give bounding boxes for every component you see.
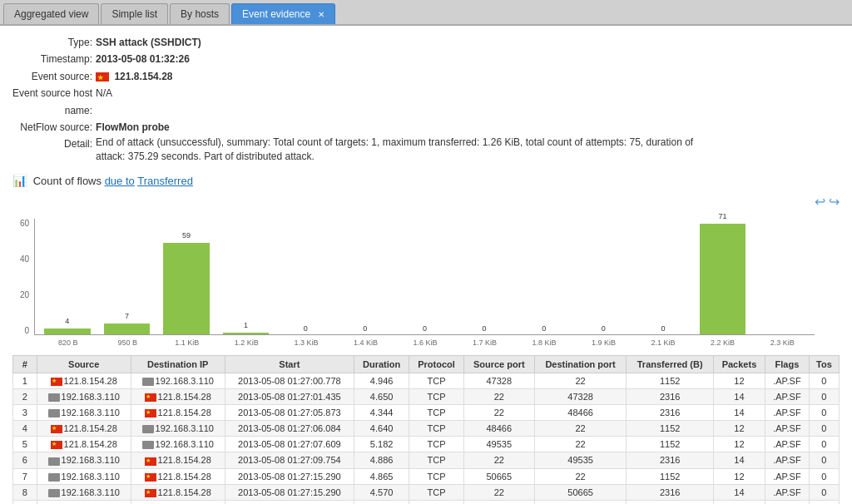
- event-info-section: Type: SSH attack (SSHDICT) Timestamp: 20…: [12, 34, 840, 164]
- x-label-2: 1.1 KiB: [158, 338, 216, 347]
- main-content: Type: SSH attack (SSHDICT) Timestamp: 20…: [0, 26, 852, 504]
- source-flag: [51, 441, 62, 449]
- tab-close-icon[interactable]: ✕: [318, 10, 324, 19]
- chart-icon: 📊: [12, 174, 27, 187]
- col-source: Source: [37, 355, 131, 373]
- table-row: 6192.168.3.110121.8.154.282013-05-08 01:…: [13, 452, 840, 468]
- netflow-value: FlowMon probe: [96, 119, 720, 136]
- table-section: # Source Destination IP Start Duration P…: [12, 355, 840, 504]
- x-label-6: 1.6 KiB: [396, 338, 454, 347]
- bar-group-0: 4: [38, 218, 97, 334]
- bar-group-3: 1: [217, 218, 275, 334]
- x-label-7: 1.7 KiB: [456, 338, 514, 347]
- x-label-4: 1.3 KiB: [277, 338, 335, 347]
- col-start: Start: [225, 355, 354, 373]
- bar-group-7: 0: [455, 218, 513, 334]
- col-duration: Duration: [354, 355, 409, 373]
- router-icon: [48, 409, 60, 418]
- bar-value-label-11: 71: [718, 212, 726, 220]
- timestamp-value: 2013-05-08 01:32:26: [96, 51, 720, 67]
- bar-value-label-2: 59: [182, 231, 191, 240]
- tab-event-evidence[interactable]: Event evidence ✕: [231, 3, 334, 24]
- x-label-9: 1.9 KiB: [575, 338, 633, 347]
- source-flag-icon: [96, 72, 109, 82]
- chart-title-link[interactable]: due to: [105, 175, 135, 187]
- timestamp-label: Timestamp:: [12, 51, 96, 67]
- undo-icon[interactable]: ↩: [815, 194, 825, 210]
- redo-icon[interactable]: ↪: [829, 194, 840, 210]
- source-flag: [51, 378, 62, 386]
- bar-group-10: 0: [634, 218, 692, 334]
- tab-by-hosts[interactable]: By hosts: [170, 3, 230, 24]
- bar-value-label-1: 7: [125, 312, 129, 320]
- bar-zero-label-6: 0: [423, 324, 427, 333]
- detail-value: End of attack (unsuccessful), summary: T…: [96, 136, 720, 164]
- dest-flag: [145, 409, 156, 418]
- col-dest-ip: Destination IP: [131, 355, 225, 373]
- tab-simple-list[interactable]: Simple list: [101, 3, 168, 24]
- bar-zero-label-10: 0: [661, 324, 665, 333]
- bar-group-1: 7: [98, 218, 156, 334]
- chart-title-suffix[interactable]: Transferred: [137, 175, 193, 187]
- chart-section: 📊 Count of flows due to Transferred 60 4…: [12, 174, 840, 347]
- x-label-12: 2.3 KiB: [753, 338, 811, 347]
- bar-group-5: 0: [336, 218, 394, 334]
- bar-3: 1: [223, 333, 270, 334]
- source-value: 121.8.154.28: [96, 68, 720, 85]
- bar-value-label-0: 4: [65, 317, 69, 325]
- bar-group-8: 0: [515, 218, 573, 334]
- detail-label: Detail:: [12, 136, 96, 164]
- bar-value-label-3: 1: [244, 321, 248, 329]
- x-axis: 820 B950 B1.1 KiB1.2 KiB1.3 KiB1.4 KiB1.…: [36, 335, 815, 347]
- x-label-1: 950 B: [99, 338, 157, 347]
- bar-group-9: 0: [574, 218, 632, 334]
- table-row: 1121.8.154.28192.168.3.1102013-05-08 01:…: [13, 373, 840, 388]
- table-row: 9121.8.154.28192.168.3.1102013-05-08 01:…: [13, 500, 840, 504]
- col-packets: Packets: [713, 355, 765, 373]
- dest-router-icon: [142, 425, 154, 433]
- dest-flag: [145, 457, 156, 466]
- router-icon: [48, 457, 60, 466]
- tabs-bar: Aggregated view Simple list By hosts Eve…: [0, 0, 852, 26]
- router-icon: [48, 489, 60, 497]
- table-header-row: # Source Destination IP Start Duration P…: [13, 355, 840, 373]
- table-row: 3192.168.3.110121.8.154.282013-05-08 01:…: [13, 405, 840, 421]
- flows-table: # Source Destination IP Start Duration P…: [12, 355, 840, 504]
- x-label-8: 1.8 KiB: [515, 338, 573, 347]
- bar-2: 59: [163, 243, 210, 334]
- bar-group-11: 71: [694, 218, 752, 334]
- x-label-5: 1.4 KiB: [337, 338, 395, 347]
- table-row: 4121.8.154.28192.168.3.1102013-05-08 01:…: [13, 421, 840, 437]
- bar-1: 7: [104, 324, 151, 334]
- x-label-10: 2.1 KiB: [634, 338, 692, 347]
- chart-title: 📊 Count of flows due to Transferred: [12, 174, 840, 187]
- chart-bars: 47591000000071: [34, 219, 815, 335]
- y-axis: 60 40 20 0: [12, 219, 29, 335]
- col-num: #: [13, 355, 37, 373]
- bar-zero-label-8: 0: [542, 324, 546, 333]
- bar-group-12: [753, 218, 811, 334]
- bar-zero-label-7: 0: [483, 324, 487, 333]
- bar-group-6: 0: [396, 218, 454, 334]
- dest-router-icon: [142, 441, 154, 449]
- source-host-name-label: name:: [12, 102, 96, 119]
- source-host-label: Event source host: [12, 85, 96, 101]
- source-host-name-value: [96, 102, 720, 119]
- type-label: Type:: [12, 34, 96, 51]
- source-label: Event source:: [12, 68, 96, 85]
- dest-router-icon: [142, 378, 154, 386]
- bar-zero-label-9: 0: [602, 324, 606, 333]
- bar-zero-label-5: 0: [363, 324, 367, 333]
- type-value: SSH attack (SSHDICT): [96, 34, 720, 51]
- table-row: 8192.168.3.110121.8.154.282013-05-08 01:…: [13, 484, 840, 500]
- router-icon: [48, 393, 60, 402]
- x-label-11: 2.2 KiB: [694, 338, 752, 347]
- dest-flag: [145, 473, 156, 482]
- dest-flag: [145, 489, 156, 497]
- bar-group-4: 0: [276, 218, 334, 334]
- tab-aggregated[interactable]: Aggregated view: [3, 3, 99, 24]
- undo-area: ↩ ↪: [815, 194, 840, 210]
- x-label-0: 820 B: [39, 338, 97, 347]
- col-tos: Tos: [809, 355, 839, 373]
- table-row: 2192.168.3.110121.8.154.282013-05-08 01:…: [13, 389, 840, 405]
